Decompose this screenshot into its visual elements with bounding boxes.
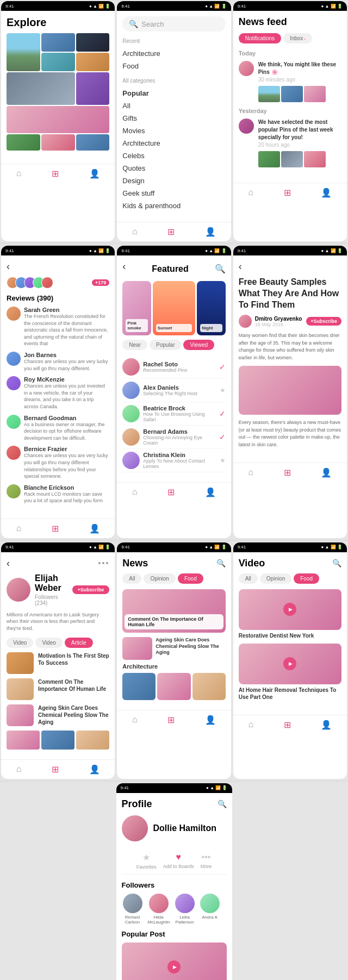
nav-profile-nf[interactable]: 👤 bbox=[321, 188, 332, 198]
search-icon-news[interactable]: 🔍 bbox=[216, 559, 226, 567]
explore-cell-3[interactable] bbox=[76, 33, 110, 52]
category-geek[interactable]: Geek stuff bbox=[122, 187, 225, 199]
tab-notifications[interactable]: Notifications bbox=[239, 33, 281, 43]
news-img-3[interactable] bbox=[304, 86, 326, 102]
back-button-profile[interactable]: ‹ bbox=[7, 558, 10, 569]
nav-grid-ns[interactable]: ⊞ bbox=[167, 715, 175, 725]
play-button-2[interactable] bbox=[283, 657, 296, 670]
tab-viewed[interactable]: Viewed bbox=[183, 340, 214, 350]
follower-item-4[interactable]: Andra A bbox=[200, 894, 220, 925]
explore-cell-8[interactable] bbox=[7, 106, 109, 133]
category-architecture[interactable]: Architecture bbox=[122, 137, 225, 149]
tab-video-1[interactable]: Video bbox=[7, 638, 33, 648]
tab-video-2[interactable]: Video bbox=[35, 638, 62, 648]
recent-item-architecture[interactable]: Architecture bbox=[122, 47, 225, 60]
explore-cell-7[interactable] bbox=[76, 72, 110, 105]
search-icon-featured[interactable]: 🔍 bbox=[215, 264, 226, 274]
category-design[interactable]: Design bbox=[122, 174, 225, 187]
search-icon-video[interactable]: 🔍 bbox=[332, 559, 341, 567]
video-thumb-1[interactable] bbox=[239, 589, 341, 630]
nav-home-pe[interactable]: ⌂ bbox=[16, 764, 22, 775]
nav-profile-pe[interactable]: 👤 bbox=[89, 764, 100, 775]
nav-home-ft[interactable]: ⌂ bbox=[132, 487, 138, 497]
video-thumb-2[interactable] bbox=[239, 644, 341, 684]
news-arch-img-2[interactable] bbox=[157, 673, 190, 700]
nav-home-nf[interactable]: ⌂ bbox=[248, 188, 253, 198]
favorites-action[interactable]: ★ Favorites bbox=[136, 852, 157, 870]
explore-cell-5[interactable] bbox=[76, 53, 110, 71]
explore-cell-10[interactable] bbox=[41, 134, 75, 151]
tab-article[interactable]: Article bbox=[65, 638, 93, 648]
nav-profile[interactable]: 👤 bbox=[89, 168, 100, 179]
play-button-1[interactable] bbox=[283, 603, 296, 616]
nav-profile-ft[interactable]: 👤 bbox=[205, 487, 216, 497]
popular-post-image[interactable] bbox=[122, 942, 227, 980]
post-img-3[interactable] bbox=[7, 704, 34, 726]
category-all[interactable]: All bbox=[122, 99, 225, 112]
nav-grid-pe[interactable]: ⊞ bbox=[52, 764, 59, 775]
search-bar[interactable]: 🔍 Search bbox=[122, 16, 225, 32]
back-button-beauty[interactable]: ‹ bbox=[239, 261, 341, 272]
nav-home-ns[interactable]: ⌂ bbox=[132, 715, 138, 725]
explore-cell-6[interactable] bbox=[7, 72, 75, 105]
news-list-img-1[interactable] bbox=[122, 637, 152, 660]
news-tab-all[interactable]: All bbox=[122, 573, 141, 584]
category-gifts[interactable]: Gifts bbox=[122, 112, 225, 124]
tab-near[interactable]: Near bbox=[122, 340, 147, 350]
nav-grid-ba[interactable]: ⊞ bbox=[284, 467, 291, 478]
nav-grid-ft[interactable]: ⊞ bbox=[167, 487, 175, 497]
post-img-2[interactable] bbox=[7, 678, 34, 700]
nav-profile-rv[interactable]: 👤 bbox=[89, 523, 100, 534]
explore-cell-9[interactable] bbox=[7, 134, 40, 151]
category-popular[interactable]: Popular bbox=[122, 87, 225, 99]
tab-inbox[interactable]: Inbox bbox=[283, 33, 312, 43]
category-celebs[interactable]: Celebs bbox=[122, 149, 225, 162]
featured-img-2[interactable]: Sunset bbox=[153, 281, 196, 335]
featured-img-3[interactable]: Night bbox=[197, 281, 225, 335]
follower-item-2[interactable]: Hilda McLaughlin bbox=[148, 894, 170, 925]
nav-home-vs[interactable]: ⌂ bbox=[248, 720, 253, 730]
nav-profile-vs[interactable]: 👤 bbox=[321, 720, 332, 730]
nav-grid-rv[interactable]: ⊞ bbox=[52, 523, 59, 534]
more-action[interactable]: ••• More bbox=[201, 852, 212, 870]
tab-popular[interactable]: Popular bbox=[150, 340, 181, 350]
nav-profile-ba[interactable]: 👤 bbox=[321, 467, 332, 478]
nav-home[interactable]: ⌂ bbox=[16, 168, 22, 179]
follower-item-1[interactable]: Richard Carlson bbox=[122, 894, 144, 925]
nav-home-rv[interactable]: ⌂ bbox=[16, 523, 22, 534]
search-icon-dollie[interactable]: 🔍 bbox=[217, 800, 227, 808]
explore-cell-2[interactable] bbox=[41, 33, 75, 52]
nav-grid[interactable]: ⊞ bbox=[52, 168, 59, 179]
more-options-icon[interactable]: ••• bbox=[98, 559, 110, 567]
explore-cell-1[interactable] bbox=[7, 33, 40, 71]
video-tab-food[interactable]: Food bbox=[294, 573, 319, 584]
nav-home-s[interactable]: ⌂ bbox=[132, 227, 138, 237]
nav-profile-ns[interactable]: 👤 bbox=[205, 715, 216, 725]
explore-cell-11[interactable] bbox=[76, 134, 110, 151]
recent-item-food[interactable]: Food bbox=[122, 60, 225, 72]
back-button-reviews[interactable]: ‹ bbox=[7, 261, 109, 272]
category-kids[interactable]: Kids & parenthood bbox=[122, 199, 225, 212]
follower-item-3[interactable]: Lellia Patterson bbox=[174, 894, 196, 925]
subscribe-button[interactable]: +Subscribe bbox=[306, 317, 341, 326]
category-quotes[interactable]: Quotes bbox=[122, 162, 225, 174]
news-arch-img-3[interactable] bbox=[192, 673, 226, 700]
nav-home-ba[interactable]: ⌂ bbox=[248, 467, 253, 478]
nav-profile-s[interactable]: 👤 bbox=[205, 227, 216, 237]
nav-grid-s[interactable]: ⊞ bbox=[167, 227, 175, 237]
news-arch-img-1[interactable] bbox=[122, 673, 156, 700]
nav-grid-nf[interactable]: ⊞ bbox=[284, 188, 291, 198]
news-tab-opinion[interactable]: Opinion bbox=[144, 573, 175, 584]
post-img-1[interactable] bbox=[7, 652, 34, 674]
explore-cell-4[interactable] bbox=[41, 53, 75, 71]
video-tab-all[interactable]: All bbox=[239, 573, 258, 584]
news-img-2[interactable] bbox=[281, 86, 303, 102]
news-tab-food[interactable]: Food bbox=[178, 573, 203, 584]
news-img-4[interactable] bbox=[258, 151, 280, 167]
nav-grid-vs[interactable]: ⊞ bbox=[284, 720, 291, 730]
back-button-featured[interactable]: ‹ bbox=[122, 261, 126, 272]
news-img-1[interactable] bbox=[258, 86, 280, 102]
news-img-6[interactable] bbox=[304, 151, 326, 167]
popular-post-play-button[interactable] bbox=[167, 960, 181, 973]
news-img-5[interactable] bbox=[281, 151, 303, 167]
